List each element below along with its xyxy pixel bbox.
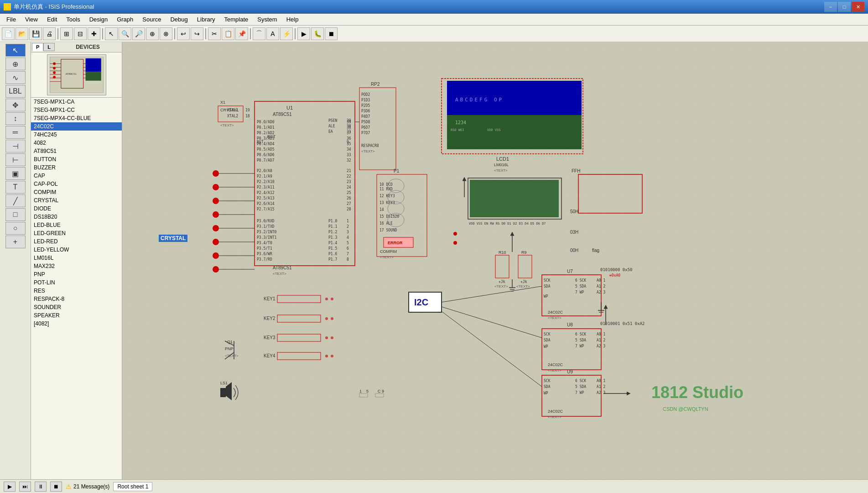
svg-point-151 — [213, 266, 219, 273]
device-max232[interactable]: MAX232 — [31, 262, 122, 270]
device-pot-lin[interactable]: POT-LIN — [31, 278, 122, 287]
tool-select[interactable]: ↖ — [5, 44, 26, 57]
svg-text:P0.6/AD6: P0.6/AD6 — [257, 153, 275, 157]
minimize-button[interactable]: − — [824, 2, 837, 12]
menu-template[interactable]: Template — [220, 14, 253, 25]
device-buzzer[interactable]: BUZZER — [31, 163, 122, 172]
svg-point-264 — [453, 241, 457, 245]
tb-open[interactable]: 📂 — [16, 27, 28, 40]
tb-sep5 — [250, 28, 251, 39]
tool-label[interactable]: LBL — [5, 85, 26, 98]
tool-pan[interactable]: ✥ — [5, 99, 26, 111]
tb-power[interactable]: ⚡ — [280, 27, 293, 40]
tb-stop[interactable]: ⏹ — [325, 27, 338, 40]
app-icon: ⚡ — [4, 3, 11, 10]
tb-undo[interactable]: ↩ — [177, 27, 190, 40]
device-speaker[interactable]: SPEAKER — [31, 311, 122, 320]
tool-probe[interactable]: ↕ — [5, 112, 26, 125]
svg-text:CSDN @CWQLTYN: CSDN @CWQLTYN — [663, 406, 708, 412]
svg-text:24: 24 — [347, 185, 351, 189]
device-sounder[interactable]: SOUNDER — [31, 303, 122, 311]
maximize-button[interactable]: □ — [838, 2, 851, 12]
device-led-green[interactable]: LED-GREEN — [31, 229, 122, 237]
device-lm016l[interactable]: LM016L — [31, 254, 122, 262]
svg-text:7  WP: 7 WP — [575, 290, 584, 294]
tool-text[interactable]: T — [5, 181, 26, 194]
tb-add[interactable]: ✚ — [88, 27, 100, 40]
device-ds18b20[interactable]: DS18B20 — [31, 213, 122, 221]
tb-label[interactable]: A — [266, 27, 279, 40]
svg-text:LCD1: LCD1 — [496, 156, 509, 162]
device-pnp[interactable]: PNP — [31, 270, 122, 278]
svg-text:03H: 03H — [570, 230, 578, 235]
close-button[interactable]: ✕ — [852, 2, 864, 12]
menu-view[interactable]: View — [21, 14, 42, 25]
menu-library[interactable]: Library — [192, 14, 220, 25]
svg-text:14: 14 — [379, 208, 384, 212]
tool-port[interactable]: ⊢ — [5, 153, 26, 166]
tb-zoom-fit[interactable]: ⊗ — [160, 27, 172, 40]
tb-zoom-out[interactable]: 🔎 — [132, 27, 145, 40]
device-24c02c[interactable]: 24C02C — [31, 122, 122, 131]
menu-source[interactable]: Source — [138, 14, 166, 25]
play-button[interactable]: ▶ — [4, 482, 16, 492]
device-led-blue[interactable]: LED-BLUE — [31, 221, 122, 229]
tool-plus[interactable]: + — [5, 236, 26, 248]
device-at89c51[interactable]: AT89C51 — [31, 147, 122, 155]
canvas-area[interactable]: U1 AT89C51 P0.0/AD0 P0.1/AD1 P0.2/AD2 P0… — [122, 42, 868, 479]
svg-text:26: 26 — [347, 196, 351, 200]
device-7seg-mpx1-cc[interactable]: 7SEG-MPX1-CC — [31, 106, 122, 114]
tb-grid2[interactable]: ⊟ — [74, 27, 87, 40]
menu-help[interactable]: Help — [282, 14, 303, 25]
device-compim[interactable]: COMPIM — [31, 188, 122, 196]
menu-graph[interactable]: Graph — [112, 14, 138, 25]
device-4082-bracket[interactable]: [4082] — [31, 320, 122, 328]
menu-edit[interactable]: Edit — [42, 14, 62, 25]
tb-grid[interactable]: ⊞ — [60, 27, 73, 40]
tb-cut[interactable]: ✂ — [208, 27, 221, 40]
tool-circle[interactable]: ○ — [5, 222, 26, 235]
tool-wire[interactable]: ∿ — [5, 71, 26, 84]
tb-select[interactable]: ↖ — [105, 27, 118, 40]
device-diode[interactable]: DIODE — [31, 205, 122, 213]
device-res[interactable]: RES — [31, 287, 122, 295]
stop-button[interactable]: ⏹ — [50, 482, 62, 492]
tb-save[interactable]: 💾 — [29, 27, 42, 40]
tool-subcirc[interactable]: ▣ — [5, 167, 26, 180]
tool-line[interactable]: ╱ — [5, 194, 26, 207]
menu-system[interactable]: System — [253, 14, 281, 25]
panel-tab-l[interactable]: L — [43, 43, 55, 51]
menu-design[interactable]: Design — [85, 14, 112, 25]
tb-run[interactable]: ▶ — [297, 27, 310, 40]
tb-zoom-in[interactable]: 🔍 — [119, 27, 131, 40]
menu-debug[interactable]: Debug — [166, 14, 192, 25]
device-cap[interactable]: CAP — [31, 172, 122, 180]
tool-terminal[interactable]: ⊣ — [5, 140, 26, 152]
tool-bus[interactable]: ═ — [5, 126, 26, 139]
tb-print[interactable]: 🖨 — [43, 27, 56, 40]
device-74hc245[interactable]: 74HC245 — [31, 131, 122, 139]
step-button[interactable]: ⏭ — [19, 482, 31, 492]
tb-debug[interactable]: 🐛 — [311, 27, 324, 40]
menu-tools[interactable]: Tools — [62, 14, 84, 25]
device-cap-pol[interactable]: CAP-POL — [31, 180, 122, 188]
device-led-yellow[interactable]: LED-YELLOW — [31, 246, 122, 254]
device-4082[interactable]: 4082 — [31, 139, 122, 147]
panel-tab-p[interactable]: P — [32, 43, 43, 51]
device-7seg-mpx4-cc-blue[interactable]: 7SEG-MPX4-CC-BLUE — [31, 114, 122, 122]
device-respack-8[interactable]: RESPACK-8 — [31, 295, 122, 303]
device-7seg-mpx1-ca[interactable]: 7SEG-MPX1-CA — [31, 98, 122, 106]
device-led-red[interactable]: LED-RED — [31, 237, 122, 246]
device-button[interactable]: BUTTON — [31, 155, 122, 163]
tb-wire[interactable]: ⌒ — [253, 27, 265, 40]
tool-rect[interactable]: □ — [5, 208, 26, 221]
tb-copy[interactable]: 📋 — [222, 27, 234, 40]
menu-file[interactable]: File — [2, 14, 21, 25]
tb-zoom-box[interactable]: ⊕ — [146, 27, 159, 40]
tb-paste[interactable]: 📌 — [235, 27, 248, 40]
tb-redo[interactable]: ↪ — [191, 27, 203, 40]
pause-button[interactable]: ⏸ — [35, 482, 47, 492]
tool-component[interactable]: ⊕ — [5, 58, 26, 70]
device-crystal[interactable]: CRYSTAL — [31, 196, 122, 205]
tb-new[interactable]: 📄 — [2, 27, 15, 40]
